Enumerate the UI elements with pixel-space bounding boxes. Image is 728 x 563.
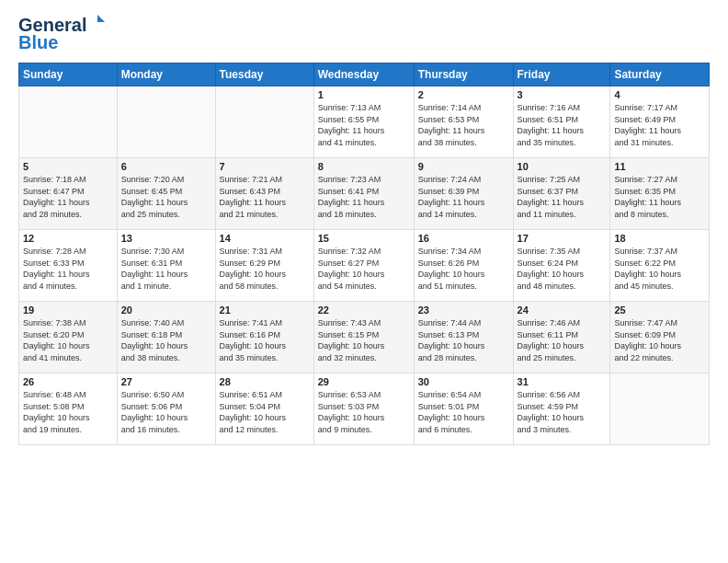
- calendar-week-1: 1Sunrise: 7:13 AM Sunset: 6:55 PM Daylig…: [19, 86, 710, 158]
- logo: General Blue: [18, 15, 107, 53]
- day-number: 27: [121, 376, 211, 387]
- day-number: 12: [23, 233, 113, 244]
- calendar-cell: 11Sunrise: 7:27 AM Sunset: 6:35 PM Dayli…: [610, 158, 710, 230]
- day-info: Sunrise: 7:47 AM Sunset: 6:09 PM Dayligh…: [614, 317, 705, 363]
- day-number: 25: [614, 304, 705, 316]
- calendar-cell: 26Sunrise: 6:48 AM Sunset: 5:08 PM Dayli…: [19, 373, 118, 445]
- day-number: 19: [23, 304, 113, 316]
- calendar-cell: 10Sunrise: 7:25 AM Sunset: 6:37 PM Dayli…: [513, 158, 610, 230]
- calendar-week-2: 5Sunrise: 7:18 AM Sunset: 6:47 PM Daylig…: [19, 158, 710, 230]
- day-info: Sunrise: 7:27 AM Sunset: 6:35 PM Dayligh…: [614, 174, 705, 220]
- calendar-cell: 25Sunrise: 7:47 AM Sunset: 6:09 PM Dayli…: [610, 302, 710, 373]
- day-info: Sunrise: 7:44 AM Sunset: 6:13 PM Dayligh…: [418, 317, 509, 363]
- calendar-cell: 27Sunrise: 6:50 AM Sunset: 5:06 PM Dayli…: [117, 373, 215, 445]
- calendar-cell: [610, 373, 710, 445]
- day-info: Sunrise: 7:23 AM Sunset: 6:41 PM Dayligh…: [318, 174, 410, 220]
- header: General Blue: [18, 15, 710, 53]
- calendar-cell: 23Sunrise: 7:44 AM Sunset: 6:13 PM Dayli…: [414, 302, 513, 373]
- day-info: Sunrise: 7:43 AM Sunset: 6:15 PM Dayligh…: [318, 317, 410, 363]
- calendar-cell: 16Sunrise: 7:34 AM Sunset: 6:26 PM Dayli…: [414, 230, 513, 302]
- day-number: 8: [318, 161, 410, 172]
- weekday-saturday: Saturday: [610, 63, 710, 86]
- day-info: Sunrise: 6:48 AM Sunset: 5:08 PM Dayligh…: [23, 389, 113, 435]
- page: General Blue SundayMondayTuesdayWednesda…: [0, 0, 728, 454]
- day-info: Sunrise: 6:51 AM Sunset: 5:04 PM Dayligh…: [220, 389, 310, 435]
- day-info: Sunrise: 6:56 AM Sunset: 4:59 PM Dayligh…: [518, 389, 607, 435]
- calendar-cell: 29Sunrise: 6:53 AM Sunset: 5:03 PM Dayli…: [313, 373, 414, 445]
- day-number: 7: [220, 161, 310, 172]
- day-info: Sunrise: 7:37 AM Sunset: 6:22 PM Dayligh…: [614, 246, 705, 292]
- calendar-cell: 9Sunrise: 7:24 AM Sunset: 6:39 PM Daylig…: [414, 158, 513, 230]
- day-number: 9: [418, 161, 509, 172]
- day-number: 24: [518, 304, 607, 316]
- calendar-cell: 5Sunrise: 7:18 AM Sunset: 6:47 PM Daylig…: [19, 158, 118, 230]
- day-info: Sunrise: 7:41 AM Sunset: 6:16 PM Dayligh…: [220, 317, 310, 363]
- day-info: Sunrise: 7:38 AM Sunset: 6:20 PM Dayligh…: [23, 317, 113, 363]
- day-number: 16: [418, 233, 509, 244]
- calendar-cell: 7Sunrise: 7:21 AM Sunset: 6:43 PM Daylig…: [215, 158, 313, 230]
- day-number: 14: [220, 233, 310, 244]
- calendar-cell: 28Sunrise: 6:51 AM Sunset: 5:04 PM Dayli…: [215, 373, 313, 445]
- calendar-cell: 14Sunrise: 7:31 AM Sunset: 6:29 PM Dayli…: [215, 230, 313, 302]
- day-info: Sunrise: 7:31 AM Sunset: 6:29 PM Dayligh…: [220, 246, 310, 292]
- day-number: 17: [518, 233, 607, 244]
- day-info: Sunrise: 6:50 AM Sunset: 5:06 PM Dayligh…: [121, 389, 211, 435]
- weekday-header-row: SundayMondayTuesdayWednesdayThursdayFrid…: [19, 63, 710, 86]
- day-number: 26: [23, 376, 113, 387]
- calendar-cell: [19, 86, 118, 158]
- day-number: 10: [518, 161, 607, 172]
- day-number: 3: [518, 89, 607, 100]
- day-number: 28: [220, 376, 310, 387]
- weekday-thursday: Thursday: [414, 63, 513, 86]
- calendar-week-5: 26Sunrise: 6:48 AM Sunset: 5:08 PM Dayli…: [19, 373, 710, 445]
- weekday-friday: Friday: [513, 63, 610, 86]
- calendar-cell: 13Sunrise: 7:30 AM Sunset: 6:31 PM Dayli…: [117, 230, 215, 302]
- calendar-cell: [215, 86, 313, 158]
- day-number: 2: [418, 89, 509, 100]
- calendar-cell: 12Sunrise: 7:28 AM Sunset: 6:33 PM Dayli…: [19, 230, 118, 302]
- day-number: 23: [418, 304, 509, 316]
- day-number: 15: [318, 233, 410, 244]
- day-info: Sunrise: 7:40 AM Sunset: 6:18 PM Dayligh…: [121, 317, 211, 363]
- calendar-cell: 30Sunrise: 6:54 AM Sunset: 5:01 PM Dayli…: [414, 373, 513, 445]
- calendar-cell: 1Sunrise: 7:13 AM Sunset: 6:55 PM Daylig…: [313, 86, 414, 158]
- calendar-cell: 17Sunrise: 7:35 AM Sunset: 6:24 PM Dayli…: [513, 230, 610, 302]
- day-number: 20: [121, 304, 211, 316]
- day-info: Sunrise: 7:46 AM Sunset: 6:11 PM Dayligh…: [518, 317, 607, 363]
- day-number: 1: [318, 89, 410, 100]
- day-info: Sunrise: 7:21 AM Sunset: 6:43 PM Dayligh…: [220, 174, 310, 220]
- calendar-cell: 2Sunrise: 7:14 AM Sunset: 6:53 PM Daylig…: [414, 86, 513, 158]
- day-info: Sunrise: 7:17 AM Sunset: 6:49 PM Dayligh…: [614, 102, 705, 148]
- weekday-tuesday: Tuesday: [215, 63, 313, 86]
- day-info: Sunrise: 6:54 AM Sunset: 5:01 PM Dayligh…: [418, 389, 509, 435]
- calendar-cell: 20Sunrise: 7:40 AM Sunset: 6:18 PM Dayli…: [117, 302, 215, 373]
- day-number: 4: [614, 89, 705, 100]
- calendar-cell: 24Sunrise: 7:46 AM Sunset: 6:11 PM Dayli…: [513, 302, 610, 373]
- day-number: 13: [121, 233, 211, 244]
- calendar-week-4: 19Sunrise: 7:38 AM Sunset: 6:20 PM Dayli…: [19, 302, 710, 373]
- day-number: 11: [614, 161, 705, 172]
- calendar-cell: 18Sunrise: 7:37 AM Sunset: 6:22 PM Dayli…: [610, 230, 710, 302]
- day-info: Sunrise: 7:24 AM Sunset: 6:39 PM Dayligh…: [418, 174, 509, 220]
- calendar-cell: 3Sunrise: 7:16 AM Sunset: 6:51 PM Daylig…: [513, 86, 610, 158]
- weekday-sunday: Sunday: [19, 63, 118, 86]
- day-number: 6: [121, 161, 211, 172]
- day-number: 30: [418, 376, 509, 387]
- day-number: 5: [23, 161, 113, 172]
- day-number: 18: [614, 233, 705, 244]
- calendar-week-3: 12Sunrise: 7:28 AM Sunset: 6:33 PM Dayli…: [19, 230, 710, 302]
- day-info: Sunrise: 7:28 AM Sunset: 6:33 PM Dayligh…: [23, 246, 113, 292]
- calendar-table: SundayMondayTuesdayWednesdayThursdayFrid…: [18, 63, 710, 445]
- weekday-wednesday: Wednesday: [313, 63, 414, 86]
- day-info: Sunrise: 7:13 AM Sunset: 6:55 PM Dayligh…: [318, 102, 410, 148]
- calendar-cell: 19Sunrise: 7:38 AM Sunset: 6:20 PM Dayli…: [19, 302, 118, 373]
- day-info: Sunrise: 7:16 AM Sunset: 6:51 PM Dayligh…: [518, 102, 607, 148]
- day-info: Sunrise: 7:34 AM Sunset: 6:26 PM Dayligh…: [418, 246, 509, 292]
- day-number: 31: [518, 376, 607, 387]
- calendar-cell: 31Sunrise: 6:56 AM Sunset: 4:59 PM Dayli…: [513, 373, 610, 445]
- logo-icon: [88, 13, 107, 31]
- calendar-cell: [117, 86, 215, 158]
- calendar-cell: 4Sunrise: 7:17 AM Sunset: 6:49 PM Daylig…: [610, 86, 710, 158]
- calendar-cell: 21Sunrise: 7:41 AM Sunset: 6:16 PM Dayli…: [215, 302, 313, 373]
- calendar-cell: 6Sunrise: 7:20 AM Sunset: 6:45 PM Daylig…: [117, 158, 215, 230]
